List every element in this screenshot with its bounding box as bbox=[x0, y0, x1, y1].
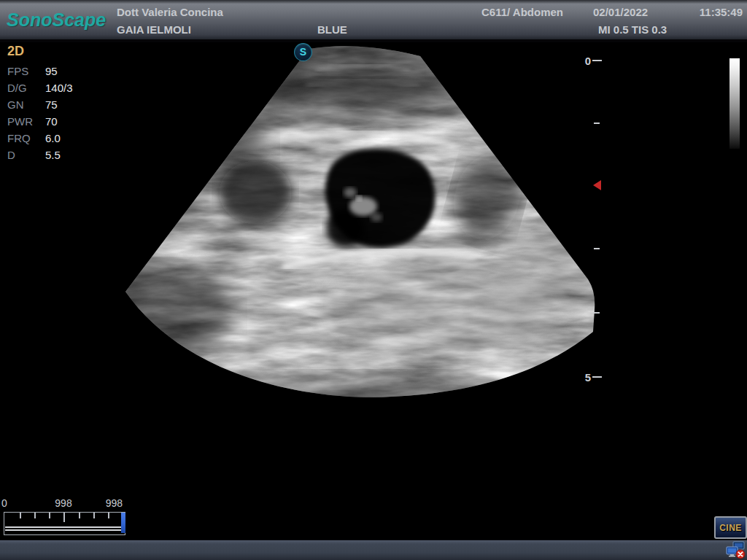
ultrasound-screen: SonoScape Dott Valeria Concina GAIA IELM… bbox=[0, 0, 747, 560]
depth-label-top: 0 bbox=[581, 55, 591, 67]
param-row: FRQ6.0 bbox=[7, 130, 73, 147]
exam-time: 11:35:49 bbox=[700, 6, 743, 18]
param-row: GN75 bbox=[7, 96, 73, 113]
network-disconnected-icon[interactable] bbox=[726, 541, 746, 559]
grayscale-map-bar bbox=[729, 58, 740, 149]
cine-tick-major bbox=[63, 513, 65, 522]
cine-tick bbox=[34, 513, 36, 518]
cine-tick bbox=[79, 513, 80, 518]
cine-tick bbox=[93, 513, 95, 518]
mode-label: 2D bbox=[7, 44, 73, 59]
param-row: PWR70 bbox=[7, 113, 73, 130]
param-label: FRQ bbox=[7, 130, 45, 147]
cine-mid-label: 998 bbox=[47, 497, 80, 509]
depth-tick-major bbox=[592, 60, 602, 61]
cine-position-marker[interactable] bbox=[121, 513, 125, 533]
depth-tick-minor bbox=[594, 122, 600, 124]
cine-track-line bbox=[5, 526, 121, 528]
ultrasound-image bbox=[0, 0, 747, 510]
param-value: 70 bbox=[45, 115, 58, 128]
param-row: FPS95 bbox=[7, 63, 73, 79]
cine-tick bbox=[49, 513, 50, 518]
cine-button[interactable]: CINE bbox=[714, 516, 747, 539]
focus-arrow-icon bbox=[593, 180, 601, 190]
depth-tick-major bbox=[592, 376, 602, 378]
patient-name: GAIA IELMOLI bbox=[117, 23, 191, 36]
exam-date: 02/01/2022 bbox=[593, 6, 648, 18]
cine-track-line bbox=[5, 529, 121, 531]
param-value: 140/3 bbox=[45, 82, 73, 94]
param-value: 5.5 bbox=[45, 149, 61, 161]
depth-tick-minor bbox=[594, 312, 600, 314]
param-row: D5.5 bbox=[7, 147, 73, 163]
cine-scrubber[interactable] bbox=[4, 512, 125, 535]
param-value: 75 bbox=[45, 98, 58, 111]
cine-tick bbox=[20, 513, 21, 518]
taskbar bbox=[0, 540, 747, 560]
physician-name: Dott Valeria Concina bbox=[117, 6, 223, 18]
param-label: FPS bbox=[7, 63, 45, 79]
param-label: GN bbox=[7, 96, 45, 113]
param-row: D/G140/3 bbox=[7, 79, 73, 96]
cine-end-label: 998 bbox=[95, 497, 123, 509]
param-value: 95 bbox=[45, 65, 58, 77]
header-bar: SonoScape Dott Valeria Concina GAIA IELM… bbox=[0, 0, 747, 42]
cine-tick bbox=[108, 513, 109, 518]
param-label: D/G bbox=[7, 79, 45, 96]
sonoscape-logo: SonoScape bbox=[7, 9, 106, 31]
probe-orientation-marker: S bbox=[294, 43, 312, 61]
depth-tick-minor bbox=[594, 248, 600, 249]
cine-start-label: 0 bbox=[1, 497, 7, 509]
param-label: D bbox=[7, 147, 45, 163]
color-map-label: BLUE bbox=[317, 23, 347, 36]
probe-preset: C611/ Abdomen bbox=[481, 6, 563, 18]
param-value: 6.0 bbox=[45, 132, 61, 144]
imaging-parameters-panel: 2D FPS95 D/G140/3 GN75 PWR70 FRQ6.0 D5.5 bbox=[7, 44, 73, 163]
depth-label-bottom: 5 bbox=[581, 371, 591, 384]
mi-tis-readout: MI 0.5 TIS 0.3 bbox=[598, 23, 667, 36]
param-label: PWR bbox=[7, 113, 45, 130]
